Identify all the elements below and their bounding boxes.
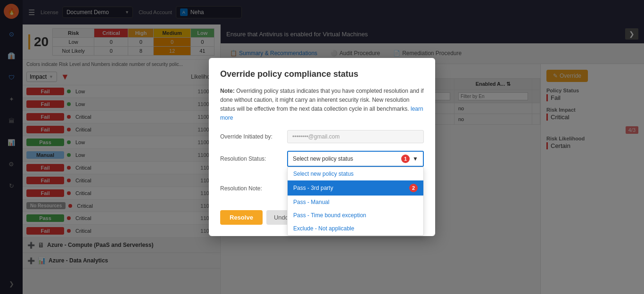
badge-2: 2 [409,184,418,192]
note-bold: Note: [220,88,235,94]
dropdown-trigger-icons: 1 ▼ [401,155,418,163]
dropdown-item-2[interactable]: Pass - 3rd party 2 [288,180,423,196]
badge-1: 1 [401,155,410,163]
dropdown-arrow-icon: ▼ [413,155,418,162]
resolution-row: Resolution Status: Select new policy sta… [220,151,424,167]
resolve-button[interactable]: Resolve [220,210,263,225]
dropdown-item-1[interactable]: Select new policy status [288,167,423,180]
dropdown-item-4[interactable]: Pass - Time bound exception [288,209,423,222]
initiated-label: Override Initiated by: [220,133,281,140]
modal-title: Override policy compliance status [220,69,424,79]
dropdown-item-3[interactable]: Pass - Manual [288,196,423,209]
dropdown-menu: Select new policy status Pass - 3rd part… [287,167,424,236]
modal-overlay: Override policy compliance status Note: … [0,0,644,294]
email-input[interactable] [287,130,424,143]
override-modal: Override policy compliance status Note: … [209,58,435,237]
dropdown-placeholder: Select new policy status [293,155,353,162]
resolution-label: Resolution Status: [220,155,281,162]
resolution-dropdown-wrapper: Select new policy status 1 ▼ Select new … [287,151,424,167]
note-label: Resolution Note: [220,185,281,192]
initiated-row: Override Initiated by: [220,130,424,143]
modal-note: Note: Overriding policy status indicates… [220,87,424,123]
dropdown-item-5[interactable]: Exclude - Not applicable [288,222,423,235]
resolution-dropdown-trigger[interactable]: Select new policy status 1 ▼ [287,151,424,167]
note-text: Overriding policy status indicates that … [220,88,424,112]
